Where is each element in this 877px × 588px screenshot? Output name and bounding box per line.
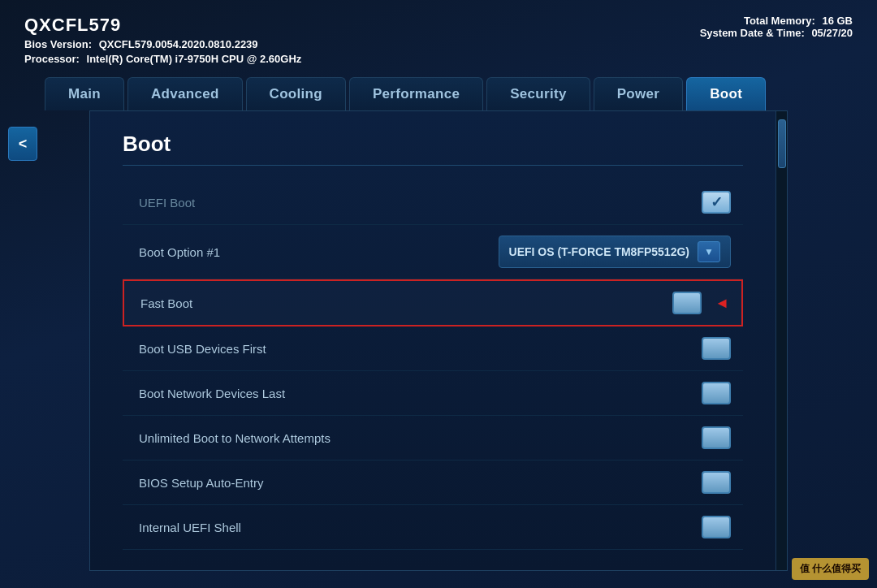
bios-value: QXCFL579.0054.2020.0810.2239 [99,38,258,50]
setting-row-unlimited-boot: Unlimited Boot to Network Attempts [123,416,743,460]
bios-auto-entry-label: BIOS Setup Auto-Entry [135,476,702,490]
tab-performance[interactable]: Performance [349,77,483,110]
nav-tabs: Main Advanced Cooling Performance Securi… [0,77,877,110]
boot-network-last-label: Boot Network Devices Last [135,387,702,400]
model-name: QXCFL579 [24,15,301,36]
setting-row-uefi-boot: UEFI Boot ✓ [123,180,743,225]
fast-boot-checkbox[interactable] [672,292,702,314]
tab-advanced[interactable]: Advanced [127,77,243,110]
boot-usb-first-label: Boot USB Devices First [135,342,702,356]
fast-boot-control[interactable]: ◄ [672,292,729,314]
tab-cooling[interactable]: Cooling [246,77,346,110]
header-left: QXCFL579 Bios Version: QXCFL579.0054.202… [24,15,301,65]
unlimited-boot-checkbox[interactable] [702,426,731,449]
header: QXCFL579 Bios Version: QXCFL579.0054.202… [0,0,877,73]
content-panel: Boot UEFI Boot ✓ Boot Option #1 UEFI OS … [90,111,775,570]
setting-row-internal-uefi-shell: Internal UEFI Shell [123,505,743,550]
setting-row-bios-auto-entry: BIOS Setup Auto-Entry [123,460,743,505]
processor-value: Intel(R) Core(TM) i7-9750H CPU @ 2.60GHz [87,53,302,65]
setting-row-fast-boot: Fast Boot ◄ [123,279,743,326]
cursor-icon: ◄ [715,295,729,312]
datetime-value: 05/27/20 [811,27,853,39]
datetime-line: System Date & Time: 05/27/20 [700,27,853,39]
setting-row-boot-network-last: Boot Network Devices Last [123,371,743,416]
datetime-label: System Date & Time: [700,27,805,39]
memory-label: Total Memory: [744,15,815,27]
header-right: Total Memory: 16 GB System Date & Time: … [700,15,853,39]
boot-option-1-dropdown[interactable]: UEFI OS (T-FORCE TM8FP5512G) ▼ [499,236,731,268]
scrollbar-thumb[interactable] [778,119,786,168]
bios-auto-entry-control[interactable] [702,471,731,494]
tab-boot[interactable]: Boot [686,77,766,110]
scrollbar[interactable] [775,111,787,570]
uefi-boot-control[interactable]: ✓ [702,191,731,214]
back-button[interactable]: < [8,127,37,161]
boot-option-1-control[interactable]: UEFI OS (T-FORCE TM8FP5512G) ▼ [499,236,731,268]
uefi-boot-checkbox[interactable]: ✓ [702,191,731,214]
settings-list: UEFI Boot ✓ Boot Option #1 UEFI OS (T-FO… [123,180,743,550]
dropdown-arrow-icon[interactable]: ▼ [698,241,720,262]
boot-network-last-control[interactable] [702,382,731,404]
setting-row-boot-option-1: Boot Option #1 UEFI OS (T-FORCE TM8FP551… [123,225,743,279]
unlimited-boot-control[interactable] [702,426,731,449]
processor-label: Processor: [24,53,80,65]
boot-usb-first-control[interactable] [702,337,731,360]
bios-label: Bios Version: [24,38,92,50]
fast-boot-label: Fast Boot [136,296,672,310]
memory-value: 16 GB [822,15,853,27]
main-content-area: Boot UEFI Boot ✓ Boot Option #1 UEFI OS … [89,110,788,571]
boot-network-last-checkbox[interactable] [702,382,731,404]
bios-auto-entry-checkbox[interactable] [702,471,731,494]
internal-uefi-shell-label: Internal UEFI Shell [135,521,702,534]
memory-line: Total Memory: 16 GB [700,15,853,27]
boot-option-1-value: UEFI OS (T-FORCE TM8FP5512G) [509,245,689,258]
tab-power[interactable]: Power [594,77,684,110]
section-title: Boot [123,132,743,166]
tab-main[interactable]: Main [45,77,124,110]
watermark: 值 什么值得买 [792,558,869,580]
setting-row-boot-usb-first: Boot USB Devices First [123,326,743,371]
unlimited-boot-label: Unlimited Boot to Network Attempts [135,431,702,445]
uefi-boot-label: UEFI Boot [135,196,702,210]
internal-uefi-shell-control[interactable] [702,516,731,538]
processor-line: Processor: Intel(R) Core(TM) i7-9750H CP… [24,53,301,65]
internal-uefi-shell-checkbox[interactable] [702,516,731,538]
boot-usb-first-checkbox[interactable] [702,337,731,360]
bios-version-line: Bios Version: QXCFL579.0054.2020.0810.22… [24,38,301,50]
tab-security[interactable]: Security [486,77,590,110]
boot-option-1-label: Boot Option #1 [135,245,499,259]
